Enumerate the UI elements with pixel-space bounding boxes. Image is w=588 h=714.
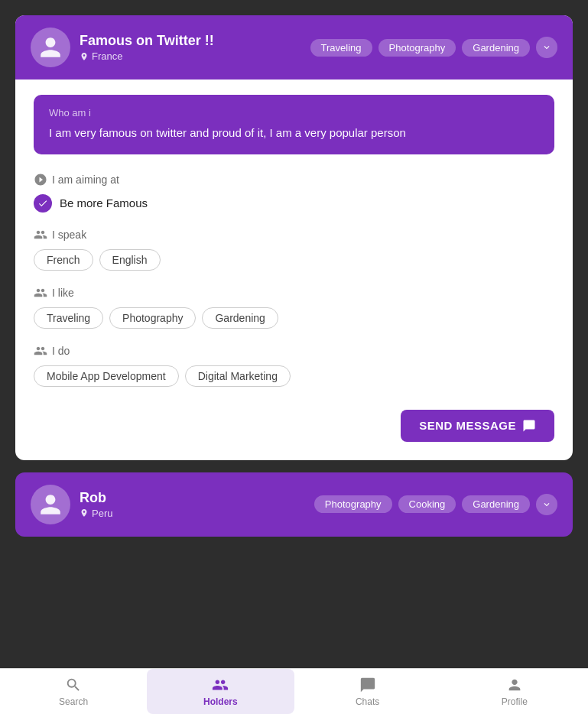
main-content: Famous on Twitter !! France Traveling Ph…: [0, 0, 588, 668]
profile-icon: [505, 676, 524, 694]
profile-body-1: Who am i I am very famous on twitter and…: [15, 80, 573, 460]
nav-chats[interactable]: Chats: [294, 669, 441, 714]
expand-button-2[interactable]: [536, 494, 557, 515]
header-tag-photography: Photography: [378, 39, 456, 57]
rob-name: Rob: [80, 490, 112, 506]
rob-info: Rob Peru: [80, 490, 112, 519]
expand-button-1[interactable]: [536, 37, 557, 58]
profile-header-1: Famous on Twitter !! France Traveling Ph…: [15, 15, 573, 80]
language-english: English: [99, 249, 161, 271]
who-am-i-title: Who am i: [49, 107, 539, 118]
aiming-section: I am aiming at Be more Famous: [34, 173, 554, 213]
send-message-row: SEND MESSAGE: [34, 402, 554, 442]
do-section: I do Mobile App Development Digital Mark…: [34, 344, 554, 387]
chats-label: Chats: [356, 696, 379, 707]
chats-icon: [359, 676, 377, 694]
holders-icon: [211, 676, 229, 694]
aiming-label: I am aiming at: [34, 173, 554, 187]
profile-header-left: Famous on Twitter !! France: [31, 28, 214, 67]
language-pills: French English: [34, 249, 554, 271]
aim-item: Be more Famous: [34, 194, 554, 213]
like-photography: Photography: [109, 307, 196, 329]
rob-tag-photography: Photography: [314, 495, 392, 513]
avatar-2: [31, 485, 70, 524]
do-label: I do: [34, 344, 554, 358]
header-tag-gardening: Gardening: [462, 39, 530, 57]
speak-label: I speak: [34, 228, 554, 242]
nav-profile[interactable]: Profile: [441, 669, 588, 714]
profile-header-right-1: Traveling Photography Gardening: [310, 37, 557, 58]
do-mobile: Mobile App Development: [34, 365, 179, 387]
header-tag-traveling: Traveling: [310, 39, 372, 57]
rob-location: Peru: [80, 508, 112, 519]
nav-search[interactable]: Search: [0, 669, 147, 714]
send-message-button[interactable]: SEND MESSAGE: [401, 410, 554, 442]
profile-info-1: Famous on Twitter !! France: [80, 33, 214, 63]
who-am-i-content: I am very famous on twitter and proud of…: [49, 125, 539, 142]
profile-name-1: Famous on Twitter !!: [80, 33, 214, 50]
do-pills: Mobile App Development Digital Marketing: [34, 365, 554, 387]
avatar-1: [31, 28, 70, 67]
rob-left: Rob Peru: [31, 485, 112, 524]
holders-label: Holders: [203, 696, 238, 707]
profile-location-1: France: [80, 50, 214, 62]
check-icon: [34, 194, 52, 213]
like-traveling: Traveling: [34, 307, 103, 329]
bottom-nav: Search Holders Chats Profile: [0, 668, 588, 714]
rob-tag-gardening: Gardening: [462, 495, 530, 513]
aim-text: Be more Famous: [60, 196, 148, 209]
like-pills: Traveling Photography Gardening: [34, 307, 554, 329]
like-label: I like: [34, 286, 554, 300]
rob-tag-cooking: Cooking: [398, 495, 456, 513]
who-am-i-box: Who am i I am very famous on twitter and…: [34, 95, 554, 154]
like-section: I like Traveling Photography Gardening: [34, 286, 554, 329]
speak-section: I speak French English: [34, 228, 554, 271]
rob-right: Photography Cooking Gardening: [314, 494, 557, 515]
like-gardening: Gardening: [202, 307, 278, 329]
search-icon: [64, 676, 83, 694]
profile-label: Profile: [502, 696, 528, 707]
nav-holders[interactable]: Holders: [147, 669, 294, 714]
profile-card-1: Famous on Twitter !! France Traveling Ph…: [15, 15, 573, 460]
do-digital: Digital Marketing: [185, 365, 291, 387]
profile-card-2: Rob Peru Photography Cooking Gardening: [15, 472, 573, 537]
language-french: French: [34, 249, 93, 271]
search-label: Search: [59, 696, 88, 707]
